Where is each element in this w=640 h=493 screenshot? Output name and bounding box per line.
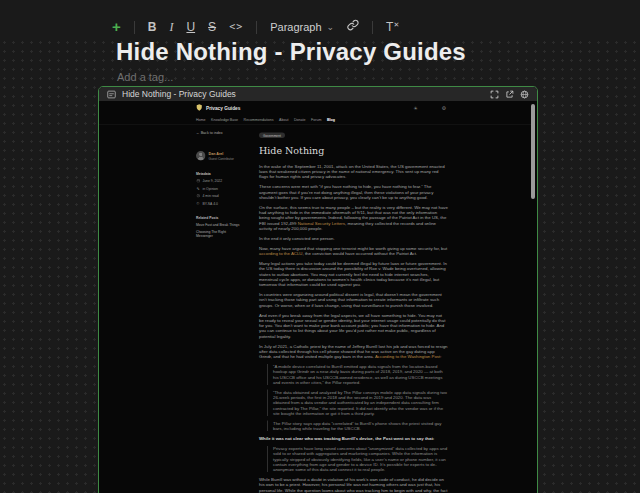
article-text: , the conviction would have occurred wit… [302, 251, 417, 256]
settings-gear-icon[interactable]: ⚙ [442, 105, 446, 111]
related-posts-list: Move Fast and Break ThingsChoosing The R… [196, 223, 246, 239]
embed-header: Hide Nothing - Privacy Guides [99, 87, 537, 101]
web-embed-card: Hide Nothing - Privacy Guides Privacy Gu… [98, 86, 538, 493]
article-text: While it was not clear who was tracking … [259, 436, 434, 441]
article-text: “The data obtained and analyzed by The P… [273, 390, 447, 416]
privacy-guides-logo [196, 104, 203, 111]
theme-toggle-icon[interactable]: ☀ [414, 105, 418, 111]
article-paragraph: Now, many have argued that stopping one … [259, 246, 448, 257]
expand-button[interactable] [490, 90, 499, 99]
article-link[interactable]: According to the Washington Post [375, 354, 440, 359]
nav-item-blog[interactable]: Blog [327, 117, 335, 122]
metadata-value: 4 min read [203, 194, 219, 198]
toolbar-divider [372, 21, 373, 34]
note-title[interactable]: Hide Nothing - Privacy Guides [116, 38, 466, 66]
related-post-link[interactable]: Choosing The Right Messenger [196, 230, 242, 239]
embed-viewport[interactable]: Privacy Guides ☀ ⚙ HomeKnowledge BaseRec… [99, 101, 537, 493]
pencil-icon: ✎ [196, 186, 200, 190]
calendar-icon [196, 179, 200, 183]
metadata-value: June 9, 2022 [203, 179, 223, 183]
clock-icon [196, 194, 200, 198]
article-paragraph: In July of 2021, a Catholic priest by th… [259, 343, 448, 359]
author-block: Dan Arel Guest Contributor [196, 151, 246, 161]
article-sidebar: ← Back to index Dan Arel Guest Contribut… [196, 128, 246, 493]
strikethrough-button[interactable]: S [208, 16, 216, 38]
article-text: Now, many have argued that stopping one … [259, 246, 447, 251]
article-text: “A mobile device correlated to Burrill e… [273, 364, 443, 385]
metadata-list: June 9, 2022✎in Opinion4 min read©BY-SA … [196, 179, 246, 206]
clear-formatting-x: ✕ [394, 14, 400, 36]
toolbar-divider [256, 21, 257, 34]
article-text: These concerns were met with “if you hav… [259, 184, 433, 200]
underline-button[interactable]: U [186, 16, 195, 38]
toolbar-divider [134, 21, 135, 34]
article-paragraph: These concerns were met with “if you hav… [259, 184, 448, 200]
metadata-row: ©BY-SA 4.0 [196, 201, 246, 205]
open-external-button[interactable] [505, 90, 514, 99]
add-block-button[interactable]: + [112, 16, 121, 38]
expand-icon [490, 90, 499, 99]
embed-scrollbar-thumb[interactable] [531, 104, 535, 199]
article-link[interactable]: National Security Letters [298, 220, 345, 225]
globe-button[interactable] [520, 90, 529, 99]
tag-input[interactable]: Add a tag... [117, 71, 173, 83]
code-button[interactable]: <> [229, 16, 243, 38]
article-card-icon [107, 90, 116, 99]
open-external-icon [505, 90, 514, 99]
link-button[interactable] [347, 16, 359, 38]
article-link[interactable]: according to the ACLU [259, 251, 302, 256]
article-text: In the wake of the September 11, 2001, a… [259, 164, 445, 180]
nav-item-recommendations[interactable]: Recommendations [244, 117, 274, 122]
article-paragraph: In the end it only convicted one person. [259, 236, 448, 241]
related-posts-label: Related Posts [196, 216, 246, 220]
page-header-band: Privacy Guides ☀ ⚙ HomeKnowledge BaseRec… [99, 101, 535, 125]
license-icon: © [196, 201, 200, 205]
article-blockquote: “A mobile device correlated to Burrill e… [267, 364, 448, 385]
nav-item-about[interactable]: About [279, 117, 288, 122]
nav-item-donate[interactable]: Donate [294, 117, 306, 122]
article-main: Government Hide Nothing In the wake of t… [259, 128, 448, 493]
article-paragraph: While it was not clear who was tracking … [259, 436, 448, 441]
clear-formatting-button[interactable]: T ✕ [386, 16, 393, 38]
article-text: While Burrill was without a doubt in vio… [259, 477, 447, 493]
italic-button[interactable]: I [169, 16, 173, 38]
article-title: Hide Nothing [259, 145, 448, 156]
chevron-down-icon: ⌄ [327, 16, 335, 38]
article-paragraph: In the wake of the September 11, 2001, a… [259, 164, 448, 180]
paragraph-style-dropdown[interactable]: Paragraph ⌄ [270, 16, 334, 38]
article-text: And even if you break away from the lega… [259, 312, 445, 338]
author-name[interactable]: Dan Arel [209, 152, 234, 157]
site-name[interactable]: Privacy Guides [206, 105, 240, 111]
article-paragraph: On the surface, this seems true to many … [259, 205, 448, 231]
article-text: The Pillar story says app data “correlat… [273, 421, 441, 431]
article-text: Privacy experts have long raised concern… [273, 446, 447, 472]
article-paragraph: And even if you break away from the lega… [259, 312, 448, 338]
article-text: In the end it only convicted one person. [259, 236, 335, 241]
privacy-guides-page: Privacy Guides ☀ ⚙ HomeKnowledge BaseRec… [99, 101, 535, 493]
metadata-label: Metadata [196, 172, 246, 176]
article-text: In countries were organizing around poli… [259, 292, 442, 308]
article-paragraph: While Burrill was without a doubt in vio… [259, 477, 448, 493]
article-paragraph: In countries were organizing around poli… [259, 292, 448, 308]
back-to-index-link[interactable]: ← Back to index [196, 131, 246, 136]
editor-toolbar: + B I U S <> Paragraph ⌄ T ✕ [112, 16, 393, 38]
paragraph-style-label: Paragraph [270, 16, 321, 38]
metadata-value: BY-SA 4.0 [203, 201, 218, 205]
article-blockquote: “The data obtained and analyzed by The P… [267, 390, 448, 416]
metadata-value: in Opinion [203, 186, 218, 190]
nav-item-forum[interactable]: Forum [311, 117, 321, 122]
nav-item-home[interactable]: Home [196, 117, 206, 122]
globe-icon [520, 90, 529, 99]
link-icon [347, 19, 359, 31]
bold-button[interactable]: B [148, 16, 157, 38]
article-text: : [440, 354, 441, 359]
metadata-row: ✎in Opinion [196, 186, 246, 190]
nav-item-knowledge-base[interactable]: Knowledge Base [211, 117, 238, 122]
related-post-link[interactable]: Move Fast and Break Things [196, 223, 242, 227]
article-paragraph: Many legal actions you take today could … [259, 261, 448, 287]
article-blockquote: Privacy experts have long raised concern… [267, 446, 448, 472]
article-body: In the wake of the September 11, 2001, a… [259, 164, 448, 493]
metadata-row: June 9, 2022 [196, 179, 246, 183]
embed-title: Hide Nothing - Privacy Guides [122, 89, 236, 99]
category-badge[interactable]: Government [259, 133, 285, 139]
